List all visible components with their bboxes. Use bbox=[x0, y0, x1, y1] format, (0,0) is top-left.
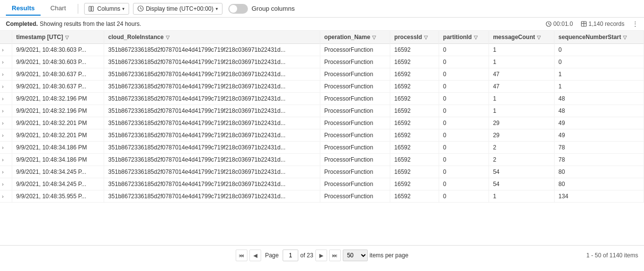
table-row[interactable]: › 9/9/2021, 10:48:32.201 PM 351b86723361… bbox=[0, 129, 644, 142]
filter-partitionid-icon[interactable]: ▽ bbox=[474, 35, 478, 40]
clock-small-icon bbox=[546, 21, 552, 27]
cell-sequencenumberstart: 0 bbox=[555, 44, 644, 56]
table-row[interactable]: › 9/9/2021, 10:48:34.245 P... 351b867233… bbox=[0, 178, 644, 190]
first-page-button[interactable]: ⏮ bbox=[236, 250, 247, 261]
col-operation-name: operation_Name ▽ bbox=[320, 31, 390, 44]
row-expand-cell[interactable]: › bbox=[0, 166, 12, 178]
row-expand-icon[interactable]: › bbox=[2, 84, 10, 89]
cell-cloud-roleinstance: 351b8672336185d2f0787014e4d41799c719f218… bbox=[104, 129, 320, 142]
row-expand-icon[interactable]: › bbox=[2, 157, 10, 163]
col-sequencenumberstart: sequenceNumberStart ▽ bbox=[555, 31, 644, 44]
filter-cloud-icon[interactable]: ▽ bbox=[166, 35, 170, 40]
cell-operation-name: ProcessorFunction bbox=[320, 154, 390, 166]
status-right: 00:01.0 1,140 records ⋮ bbox=[546, 21, 638, 27]
cell-processid: 16592 bbox=[390, 68, 439, 81]
row-expand-cell[interactable]: › bbox=[0, 117, 12, 129]
display-time-button[interactable]: Display time (UTC+00:00) ▾ bbox=[133, 3, 222, 15]
cell-sequencenumberstart: 48 bbox=[555, 105, 644, 117]
row-expand-cell[interactable]: › bbox=[0, 105, 12, 117]
row-expand-icon[interactable]: › bbox=[2, 47, 10, 53]
row-expand-icon[interactable]: › bbox=[2, 133, 10, 138]
row-expand-cell[interactable]: › bbox=[0, 68, 12, 81]
cell-messagecount: 1 bbox=[489, 105, 555, 117]
row-expand-icon[interactable]: › bbox=[2, 194, 10, 199]
row-expand-cell[interactable]: › bbox=[0, 129, 12, 142]
table-container: timestamp [UTC] ▽ cloud_RoleInstance ▽ o… bbox=[0, 31, 644, 245]
row-expand-icon[interactable]: › bbox=[2, 169, 10, 175]
cell-partitionid: 0 bbox=[439, 190, 489, 203]
cell-partitionid: 0 bbox=[439, 105, 489, 117]
last-page-icon: ⏭ bbox=[332, 252, 337, 258]
table-row[interactable]: › 9/9/2021, 10:48:30.603 P... 351b867233… bbox=[0, 44, 644, 56]
prev-page-button[interactable]: ◀ bbox=[249, 250, 261, 261]
page-input[interactable] bbox=[283, 250, 298, 261]
cell-timestamp: 9/9/2021, 10:48:30.637 P... bbox=[12, 68, 104, 81]
row-expand-icon[interactable]: › bbox=[2, 121, 10, 126]
row-expand-cell[interactable]: › bbox=[0, 56, 12, 68]
cell-operation-name: ProcessorFunction bbox=[320, 56, 390, 68]
row-expand-cell[interactable]: › bbox=[0, 190, 12, 203]
filter-sequence-icon[interactable]: ▽ bbox=[623, 35, 627, 40]
table-row[interactable]: › 9/9/2021, 10:48:35.955 P... 351b867233… bbox=[0, 190, 644, 203]
tab-results[interactable]: Results bbox=[6, 1, 41, 16]
cell-processid: 16592 bbox=[390, 56, 439, 68]
row-expand-icon[interactable]: › bbox=[2, 182, 10, 187]
table-row[interactable]: › 9/9/2021, 10:48:30.637 P... 351b867233… bbox=[0, 68, 644, 81]
row-expand-cell[interactable]: › bbox=[0, 81, 12, 93]
filter-messagecount-icon[interactable]: ▽ bbox=[537, 35, 541, 40]
cell-operation-name: ProcessorFunction bbox=[320, 81, 390, 93]
cell-messagecount: 47 bbox=[489, 68, 555, 81]
table-row[interactable]: › 9/9/2021, 10:48:30.603 P... 351b867233… bbox=[0, 56, 644, 68]
group-columns-toggle[interactable] bbox=[228, 4, 248, 14]
cell-partitionid: 0 bbox=[439, 117, 489, 129]
table-header-row: timestamp [UTC] ▽ cloud_RoleInstance ▽ o… bbox=[0, 31, 644, 44]
row-expand-cell[interactable]: › bbox=[0, 178, 12, 190]
columns-button[interactable]: Columns ▾ bbox=[84, 3, 129, 15]
col-cloud-roleinstance: cloud_RoleInstance ▽ bbox=[104, 31, 320, 44]
table-row[interactable]: › 9/9/2021, 10:48:32.196 PM 351b86723361… bbox=[0, 105, 644, 117]
cell-processid: 16592 bbox=[390, 117, 439, 129]
row-expand-icon[interactable]: › bbox=[2, 108, 10, 114]
columns-icon bbox=[89, 5, 95, 12]
cell-sequencenumberstart: 80 bbox=[555, 178, 644, 190]
cell-cloud-roleinstance: 351b8672336185d2f0787014e4d41799c719f218… bbox=[104, 105, 320, 117]
row-expand-cell[interactable]: › bbox=[0, 154, 12, 166]
table-row[interactable]: › 9/9/2021, 10:48:34.186 PM 351b86723361… bbox=[0, 154, 644, 166]
cell-cloud-roleinstance: 351b8672336185d2f0787014e4d41799c719f218… bbox=[104, 117, 320, 129]
col-partitionid: partitionId ▽ bbox=[439, 31, 489, 44]
top-bar: Results Chart Columns ▾ Display time (UT… bbox=[0, 0, 644, 18]
table-row[interactable]: › 9/9/2021, 10:48:30.637 P... 351b867233… bbox=[0, 81, 644, 93]
table-row[interactable]: › 9/9/2021, 10:48:32.201 PM 351b86723361… bbox=[0, 117, 644, 129]
expand-icon[interactable]: ⋮ bbox=[632, 21, 638, 27]
next-page-button[interactable]: ▶ bbox=[315, 250, 327, 261]
filter-timestamp-icon[interactable]: ▽ bbox=[65, 35, 69, 40]
table-row[interactable]: › 9/9/2021, 10:48:32.196 PM 351b86723361… bbox=[0, 93, 644, 105]
table-row[interactable]: › 9/9/2021, 10:48:34.245 P... 351b867233… bbox=[0, 166, 644, 178]
row-expand-cell[interactable]: › bbox=[0, 44, 12, 56]
cell-processid: 16592 bbox=[390, 81, 439, 93]
last-page-button[interactable]: ⏭ bbox=[329, 250, 341, 261]
cell-cloud-roleinstance: 351b8672336185d2f0787014e4d41799c719f218… bbox=[104, 56, 320, 68]
row-expand-icon[interactable]: › bbox=[2, 145, 10, 150]
cell-sequencenumberstart: 1 bbox=[555, 68, 644, 81]
cell-partitionid: 0 bbox=[439, 93, 489, 105]
svg-line-7 bbox=[549, 24, 550, 25]
per-page-select[interactable]: 50 100 200 bbox=[343, 250, 368, 261]
tab-chart[interactable]: Chart bbox=[44, 1, 72, 16]
cell-timestamp: 9/9/2021, 10:48:34.245 P... bbox=[12, 166, 104, 178]
divider bbox=[78, 4, 78, 14]
cell-timestamp: 9/9/2021, 10:48:32.196 PM bbox=[12, 105, 104, 117]
filter-processid-icon[interactable]: ▽ bbox=[424, 35, 428, 40]
table-row[interactable]: › 9/9/2021, 10:48:34.186 PM 351b86723361… bbox=[0, 142, 644, 154]
filter-operation-icon[interactable]: ▽ bbox=[372, 35, 376, 40]
row-expand-icon[interactable]: › bbox=[2, 72, 10, 77]
cell-processid: 16592 bbox=[390, 166, 439, 178]
row-expand-icon[interactable]: › bbox=[2, 60, 10, 65]
cell-processid: 16592 bbox=[390, 142, 439, 154]
row-expand-icon[interactable]: › bbox=[2, 96, 10, 102]
cell-messagecount: 1 bbox=[489, 93, 555, 105]
page-label: Page bbox=[265, 252, 279, 259]
duration-group: 00:01.0 bbox=[546, 21, 573, 27]
row-expand-cell[interactable]: › bbox=[0, 93, 12, 105]
row-expand-cell[interactable]: › bbox=[0, 142, 12, 154]
